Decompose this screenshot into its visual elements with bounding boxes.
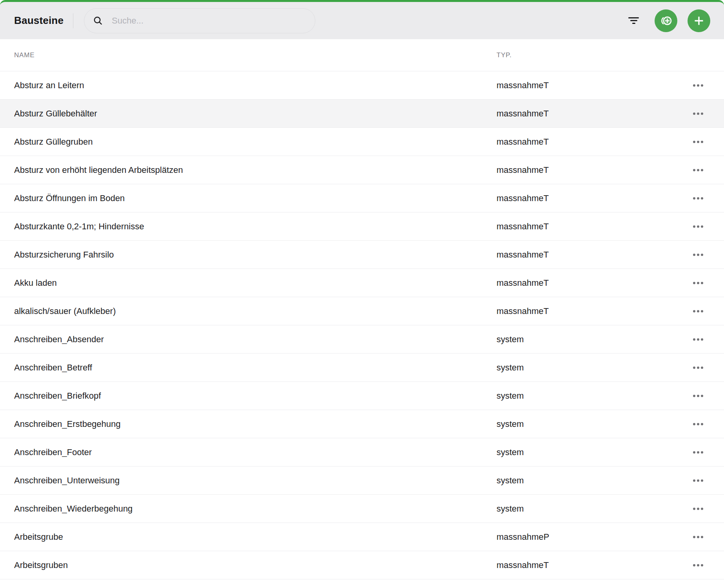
row-type: system <box>497 391 686 401</box>
table-row[interactable]: Absturzkante 0,2-1m; Hindernisse massnah… <box>0 212 724 241</box>
search-box <box>84 8 315 33</box>
row-type: system <box>497 334 686 345</box>
row-menu-button[interactable] <box>686 195 710 202</box>
row-type: system <box>497 363 686 373</box>
row-menu-button[interactable] <box>686 110 710 117</box>
table-row[interactable]: alkalisch/sauer (Aufkleber) massnahmeT <box>0 297 724 325</box>
row-name: Absturzsicherung Fahrsilo <box>14 250 497 260</box>
row-menu-button[interactable] <box>686 251 710 258</box>
ellipsis-icon <box>693 479 695 482</box>
row-type: system <box>497 447 686 457</box>
row-name: Absturzkante 0,2-1m; Hindernisse <box>14 221 497 232</box>
ellipsis-icon <box>693 338 695 341</box>
row-name: Anschreiben_Erstbegehung <box>14 419 497 429</box>
row-name: Arbeitsgruben <box>14 560 497 570</box>
ellipsis-icon <box>693 451 695 454</box>
page: Bausteine <box>0 0 724 588</box>
table-row[interactable]: Absturz von erhöht liegenden Arbeitsplät… <box>0 156 724 184</box>
column-header-name: NAME <box>14 51 497 59</box>
header-bar: Bausteine <box>0 2 724 39</box>
row-menu-button[interactable] <box>686 279 710 287</box>
row-menu-button[interactable] <box>686 505 710 512</box>
row-menu-button[interactable] <box>686 223 710 230</box>
row-name: Absturz von erhöht liegenden Arbeitsplät… <box>14 165 497 175</box>
filter-icon <box>628 17 639 18</box>
table-row[interactable]: Anschreiben_Wiederbegehung system <box>0 495 724 523</box>
ellipsis-icon <box>693 423 695 425</box>
row-name: Absturz Güllegruben <box>14 137 497 147</box>
row-type: massnahmeP <box>497 532 686 542</box>
table-row[interactable]: Absturzsicherung Fahrsilo massnahmeT <box>0 241 724 269</box>
row-menu-button[interactable] <box>686 392 710 399</box>
row-menu-button[interactable] <box>686 308 710 315</box>
row-name: Absturz an Leitern <box>14 80 497 91</box>
table-row[interactable]: Anschreiben_Briefkopf system <box>0 382 724 410</box>
row-menu-button[interactable] <box>686 562 710 569</box>
ellipsis-icon <box>693 395 695 397</box>
content-card: Bausteine <box>0 0 724 588</box>
table-body: Absturz an Leitern massnahmeT Absturz Gü… <box>0 71 724 579</box>
row-name: alkalisch/sauer (Aufkleber) <box>14 306 497 316</box>
filter-button[interactable] <box>628 17 639 24</box>
row-name: Akku laden <box>14 278 497 288</box>
row-name: Anschreiben_Briefkopf <box>14 391 497 401</box>
row-type: massnahmeT <box>497 250 686 260</box>
ellipsis-icon <box>693 367 695 369</box>
row-menu-button[interactable] <box>686 364 710 371</box>
ellipsis-icon <box>693 197 695 200</box>
ellipsis-icon <box>693 536 695 538</box>
row-type: system <box>497 419 686 429</box>
row-name: Anschreiben_Absender <box>14 334 497 345</box>
add-button[interactable] <box>688 9 710 32</box>
table-row[interactable]: Absturz an Leitern massnahmeT <box>0 71 724 100</box>
table-row[interactable]: Anschreiben_Absender system <box>0 325 724 354</box>
row-menu-button[interactable] <box>686 336 710 343</box>
row-menu-button[interactable] <box>686 421 710 428</box>
ellipsis-icon <box>693 282 695 284</box>
table-row[interactable]: Anschreiben_Unterweisung system <box>0 466 724 495</box>
table-row[interactable]: Anschreiben_Erstbegehung system <box>0 410 724 438</box>
row-name: Arbeitsgrube <box>14 532 497 542</box>
row-name: Anschreiben_Unterweisung <box>14 475 497 486</box>
ellipsis-icon <box>693 254 695 256</box>
search-icon <box>93 16 103 26</box>
row-type: massnahmeT <box>497 165 686 175</box>
row-menu-button[interactable] <box>686 138 710 145</box>
row-menu-button[interactable] <box>686 167 710 174</box>
ellipsis-icon <box>693 113 695 115</box>
row-name: Anschreiben_Wiederbegehung <box>14 504 497 514</box>
table-row[interactable]: Arbeitsgruben massnahmeT <box>0 551 724 579</box>
table-row[interactable]: Akku laden massnahmeT <box>0 269 724 297</box>
table-row[interactable]: Absturz Öffnungen im Boden massnahmeT <box>0 184 724 212</box>
ellipsis-icon <box>693 169 695 171</box>
row-type: massnahmeT <box>497 193 686 203</box>
ellipsis-icon <box>693 564 695 566</box>
row-type: massnahmeT <box>497 306 686 316</box>
row-menu-button[interactable] <box>686 449 710 456</box>
row-type: massnahmeT <box>497 109 686 119</box>
row-menu-button[interactable] <box>686 477 710 484</box>
row-type: system <box>497 504 686 514</box>
header-divider <box>73 13 73 28</box>
row-name: Anschreiben_Footer <box>14 447 497 457</box>
add-from-template-button[interactable] <box>655 9 677 32</box>
ellipsis-icon <box>693 508 695 510</box>
search-input[interactable] <box>111 15 308 26</box>
row-name: Absturz Güllebehälter <box>14 109 497 119</box>
table-header: NAME TYP. <box>0 39 724 71</box>
table-row[interactable]: Arbeitsgrube massnahmeP <box>0 523 724 551</box>
row-menu-button[interactable] <box>686 82 710 89</box>
table-row[interactable]: Anschreiben_Betreff system <box>0 354 724 382</box>
table-row[interactable]: Absturz Güllegruben massnahmeT <box>0 128 724 156</box>
table-row[interactable]: Absturz Güllebehälter massnahmeT <box>0 100 724 128</box>
row-type: massnahmeT <box>497 137 686 147</box>
row-type: massnahmeT <box>497 278 686 288</box>
ellipsis-icon <box>693 310 695 312</box>
column-header-type: TYP. <box>497 51 686 59</box>
table-row[interactable]: Anschreiben_Footer system <box>0 438 724 466</box>
plus-icon <box>692 14 706 27</box>
row-menu-button[interactable] <box>686 534 710 541</box>
row-type: massnahmeT <box>497 80 686 91</box>
row-name: Absturz Öffnungen im Boden <box>14 193 497 203</box>
page-title: Bausteine <box>14 15 64 27</box>
